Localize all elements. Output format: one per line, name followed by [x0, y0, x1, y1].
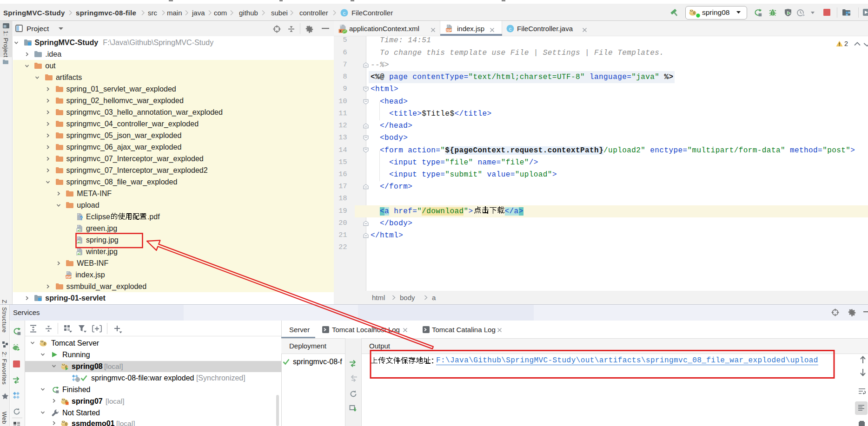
svg-text:JSP: JSP — [446, 29, 452, 32]
svg-text:?: ? — [80, 215, 83, 221]
svg-text:JSP: JSP — [66, 275, 72, 278]
svg-text:c: c — [343, 10, 346, 16]
svg-text:c: c — [509, 26, 512, 32]
